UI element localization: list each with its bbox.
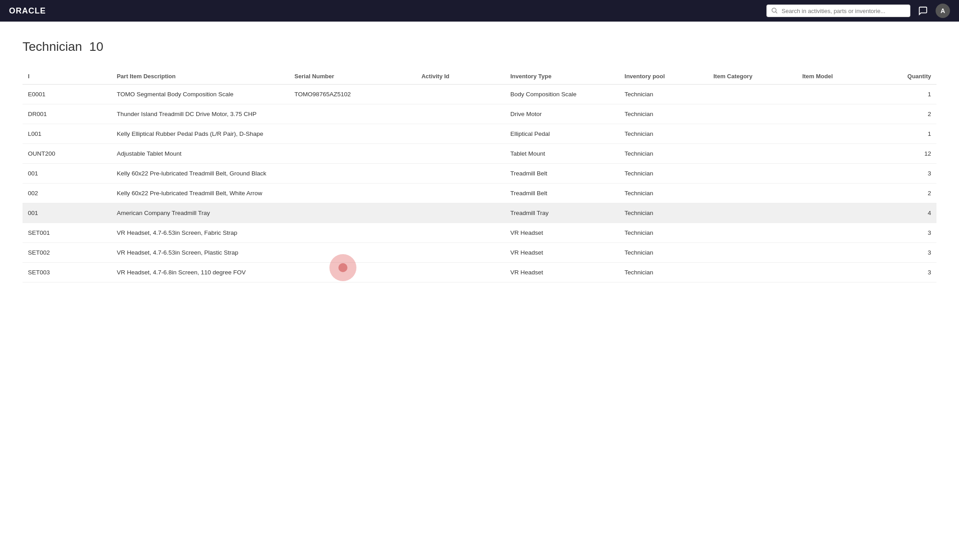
avatar[interactable]: A — [936, 4, 950, 18]
svg-line-1 — [776, 12, 777, 13]
cell-qty: 2 — [886, 104, 936, 124]
table-row[interactable]: OUNT200Adjustable Tablet MountTablet Mou… — [23, 144, 936, 164]
table-row[interactable]: SET002VR Headset, 4.7-6.53in Screen, Pla… — [23, 243, 936, 263]
cell-qty: 2 — [886, 184, 936, 203]
cell-activity_id — [416, 223, 504, 243]
cell-id: OUNT200 — [23, 144, 111, 164]
cell-inv_type: VR Headset — [505, 263, 619, 282]
cell-activity_id — [416, 243, 504, 263]
table-row[interactable]: E0001TOMO Segmental Body Composition Sca… — [23, 85, 936, 104]
nav-right: A — [766, 4, 950, 18]
cell-qty: 3 — [886, 263, 936, 282]
cell-inv_pool: Technician — [619, 184, 708, 203]
cell-inv_type: Treadmill Belt — [505, 184, 619, 203]
search-icon — [771, 7, 778, 14]
table-row[interactable]: 001American Company Treadmill TrayTreadm… — [23, 203, 936, 223]
cell-serial — [289, 144, 416, 164]
cell-id: 001 — [23, 164, 111, 184]
table-row[interactable]: SET003VR Headset, 4.7-6.8in Screen, 110 … — [23, 263, 936, 282]
cell-part_desc: VR Headset, 4.7-6.53in Screen, Fabric St… — [111, 223, 289, 243]
cell-inv_type: Elliptical Pedal — [505, 124, 619, 144]
cell-inv_type: Treadmill Tray — [505, 203, 619, 223]
page-title: Technician — [23, 40, 82, 54]
cell-serial — [289, 243, 416, 263]
cell-inv_type: VR Headset — [505, 243, 619, 263]
cell-activity_id — [416, 184, 504, 203]
cell-item_model — [797, 164, 886, 184]
cell-serial — [289, 124, 416, 144]
cell-inv_type: VR Headset — [505, 223, 619, 243]
cell-item_model — [797, 203, 886, 223]
main-content: Technician 10 I Part Item Description Se… — [0, 22, 959, 560]
cell-part_desc: Adjustable Tablet Mount — [111, 144, 289, 164]
cell-activity_id — [416, 104, 504, 124]
cell-part_desc: Kelly 60x22 Pre-lubricated Treadmill Bel… — [111, 164, 289, 184]
cell-inv_type: Body Composition Scale — [505, 85, 619, 104]
top-navigation: ORACLE A — [0, 0, 959, 22]
cell-id: SET002 — [23, 243, 111, 263]
cell-part_desc: VR Headset, 4.7-6.8in Screen, 110 degree… — [111, 263, 289, 282]
cell-id: SET003 — [23, 263, 111, 282]
cell-activity_id — [416, 203, 504, 223]
cell-inv_pool: Technician — [619, 104, 708, 124]
inventory-table-container: I Part Item Description Serial Number Ac… — [23, 68, 936, 282]
cell-item_model — [797, 263, 886, 282]
cell-inv_pool: Technician — [619, 85, 708, 104]
cell-activity_id — [416, 144, 504, 164]
col-header-inv-pool: Inventory pool — [619, 68, 708, 85]
cell-qty: 12 — [886, 144, 936, 164]
cell-item_cat — [708, 223, 797, 243]
message-icon[interactable] — [916, 4, 930, 18]
cell-inv_type: Drive Motor — [505, 104, 619, 124]
col-header-item-model: Item Model — [797, 68, 886, 85]
inventory-table: I Part Item Description Serial Number Ac… — [23, 68, 936, 282]
cell-activity_id — [416, 263, 504, 282]
cell-activity_id — [416, 164, 504, 184]
cell-item_cat — [708, 164, 797, 184]
table-row[interactable]: L001Kelly Elliptical Rubber Pedal Pads (… — [23, 124, 936, 144]
cell-serial — [289, 164, 416, 184]
cell-inv_pool: Technician — [619, 243, 708, 263]
col-header-id: I — [23, 68, 111, 85]
cell-item_cat — [708, 184, 797, 203]
cell-item_model — [797, 184, 886, 203]
cell-part_desc: Kelly Elliptical Rubber Pedal Pads (L/R … — [111, 124, 289, 144]
cell-inv_pool: Technician — [619, 124, 708, 144]
cell-item_cat — [708, 263, 797, 282]
cell-qty: 1 — [886, 85, 936, 104]
cell-item_cat — [708, 243, 797, 263]
cell-id: SET001 — [23, 223, 111, 243]
oracle-logo: ORACLE — [9, 6, 46, 16]
table-row[interactable]: DR001Thunder Island Treadmill DC Drive M… — [23, 104, 936, 124]
table-row[interactable]: SET001VR Headset, 4.7-6.53in Screen, Fab… — [23, 223, 936, 243]
cell-inv_type: Tablet Mount — [505, 144, 619, 164]
cell-activity_id — [416, 85, 504, 104]
cell-id: E0001 — [23, 85, 111, 104]
col-header-inv-type: Inventory Type — [505, 68, 619, 85]
cell-inv_pool: Technician — [619, 144, 708, 164]
cell-item_model — [797, 144, 886, 164]
page-header: Technician 10 — [23, 40, 936, 54]
search-bar[interactable] — [766, 4, 910, 17]
cell-serial — [289, 263, 416, 282]
cell-item_model — [797, 223, 886, 243]
col-header-serial: Serial Number — [289, 68, 416, 85]
cell-inv_pool: Technician — [619, 263, 708, 282]
cell-id: 001 — [23, 203, 111, 223]
cell-item_model — [797, 104, 886, 124]
search-input[interactable] — [782, 8, 905, 14]
cell-part_desc: Thunder Island Treadmill DC Drive Motor,… — [111, 104, 289, 124]
cell-part_desc: TOMO Segmental Body Composition Scale — [111, 85, 289, 104]
cell-serial — [289, 223, 416, 243]
table-row[interactable]: 001Kelly 60x22 Pre-lubricated Treadmill … — [23, 164, 936, 184]
cell-serial — [289, 104, 416, 124]
table-row[interactable]: 002Kelly 60x22 Pre-lubricated Treadmill … — [23, 184, 936, 203]
cell-item_model — [797, 124, 886, 144]
cell-item_model — [797, 85, 886, 104]
cell-part_desc: VR Headset, 4.7-6.53in Screen, Plastic S… — [111, 243, 289, 263]
cell-item_cat — [708, 85, 797, 104]
table-header-row: I Part Item Description Serial Number Ac… — [23, 68, 936, 85]
col-header-qty: Quantity — [886, 68, 936, 85]
page-count: 10 — [89, 40, 103, 54]
cell-qty: 3 — [886, 223, 936, 243]
